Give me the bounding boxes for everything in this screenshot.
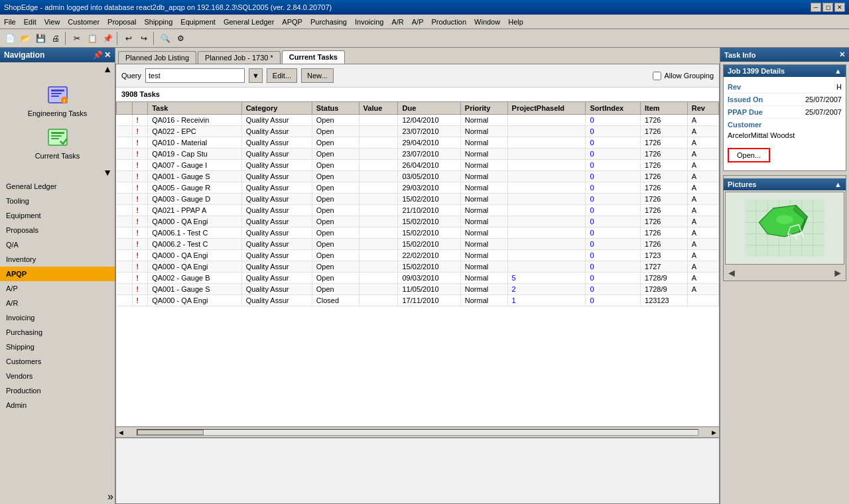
horizontal-scrollbar[interactable]: ◄ ► <box>116 426 719 437</box>
menu-equipment[interactable]: Equipment <box>176 15 220 29</box>
table-row[interactable]: ! QA021 - PPAP A Quality Assur Open 21/1… <box>117 205 719 216</box>
menu-view[interactable]: View <box>40 15 64 29</box>
task-info-close[interactable]: ✕ <box>839 50 845 59</box>
sidebar-item-equipment[interactable]: Equipment <box>0 208 115 223</box>
col-header-due[interactable]: Due <box>398 102 460 115</box>
edit-button[interactable]: Edit... <box>267 68 297 83</box>
table-row[interactable]: ! QA007 - Gauge I Quality Assur Open 26/… <box>117 160 719 171</box>
menu-generalledger[interactable]: General Ledger <box>220 15 278 29</box>
scroll-right-btn[interactable]: ► <box>709 428 719 436</box>
picture-next-btn[interactable]: ► <box>832 267 843 279</box>
sidebar-item-proposals[interactable]: Proposals <box>0 223 115 237</box>
sidebar-pin-button[interactable]: 📌 <box>93 50 103 60</box>
menu-help[interactable]: Help <box>504 15 527 29</box>
col-header-rev[interactable]: Rev <box>687 102 718 115</box>
tab-current-tasks[interactable]: Current Tasks <box>282 50 345 64</box>
open-button[interactable]: Open... <box>728 148 770 162</box>
sidebar-expand-button[interactable]: » <box>107 491 113 503</box>
sidebar-item-customers[interactable]: Customers <box>0 354 115 369</box>
close-button[interactable]: ✕ <box>834 3 845 12</box>
sidebar-scroll-down[interactable]: ▼ <box>103 167 112 178</box>
toolbar-save[interactable]: 💾 <box>33 31 48 46</box>
sidebar-item-purchasing[interactable]: Purchasing <box>0 325 115 340</box>
sidebar-item-ap[interactable]: A/P <box>0 281 115 296</box>
menu-window[interactable]: Window <box>470 15 504 29</box>
pictures-collapse[interactable]: ▲ <box>834 180 842 188</box>
col-header-check[interactable] <box>117 102 133 115</box>
toolbar-redo[interactable]: ↪ <box>137 31 151 46</box>
toolbar-undo[interactable]: ↩ <box>121 31 136 46</box>
sidebar-item-vendors[interactable]: Vendors <box>0 369 115 383</box>
table-row[interactable]: ! QA010 - Material Quality Assur Open 29… <box>117 137 719 149</box>
sidebar-close-button[interactable]: ✕ <box>104 50 111 60</box>
toolbar-open[interactable]: 📂 <box>18 31 33 46</box>
menu-ar[interactable]: A/R <box>387 15 407 29</box>
table-row[interactable]: ! QA000 - QA Engi Quality Assur Closed 1… <box>117 295 719 306</box>
sidebar-nav-current-tasks[interactable]: Current Tasks <box>3 121 112 163</box>
table-row[interactable]: ! QA022 - EPC Quality Assur Open 23/07/2… <box>117 126 719 137</box>
toolbar-find[interactable]: 🔍 <box>158 31 172 46</box>
menu-proposal[interactable]: Proposal <box>103 15 140 29</box>
toolbar-cut[interactable]: ✂ <box>70 31 84 46</box>
tasks-table-container[interactable]: Task Category Status Value Due Priority … <box>116 101 719 426</box>
scroll-left-btn[interactable]: ◄ <box>116 428 126 436</box>
col-header-phase[interactable]: ProjectPhaseId <box>507 102 586 115</box>
sidebar-item-generalledger[interactable]: General Ledger <box>0 179 115 194</box>
toolbar-settings[interactable]: ⚙ <box>173 31 188 46</box>
toolbar-copy[interactable]: 📋 <box>85 31 99 46</box>
col-header-sort[interactable]: SortIndex <box>586 102 641 115</box>
table-row[interactable]: ! QA000 - QA Engi Quality Assur Open 15/… <box>117 216 719 227</box>
menu-customer[interactable]: Customer <box>64 15 103 29</box>
menu-shipping[interactable]: Shipping <box>140 15 176 29</box>
minimize-button[interactable]: ─ <box>811 3 821 12</box>
sidebar-item-invoicing[interactable]: Invoicing <box>0 310 115 325</box>
table-row[interactable]: ! QA006.1 - Test C Quality Assur Open 15… <box>117 227 719 239</box>
menu-file[interactable]: File <box>0 15 20 29</box>
query-dropdown[interactable]: ▼ <box>249 68 263 83</box>
table-row[interactable]: ! QA000 - QA Engi Quality Assur Open 22/… <box>117 250 719 261</box>
tab-planned-job-listing[interactable]: Planned Job Listing <box>118 51 196 64</box>
tab-planned-job[interactable]: Planned Job - 1730 * <box>198 51 281 64</box>
col-header-status[interactable]: Status <box>312 102 359 115</box>
menu-purchasing[interactable]: Purchasing <box>306 15 351 29</box>
allow-grouping-checkbox[interactable] <box>653 72 661 80</box>
sidebar-item-shipping[interactable]: Shipping <box>0 340 115 354</box>
menu-invoicing[interactable]: Invoicing <box>351 15 387 29</box>
sidebar-item-inventory[interactable]: Inventory <box>0 252 115 267</box>
table-row[interactable]: ! QA001 - Gauge S Quality Assur Open 11/… <box>117 284 719 295</box>
query-input[interactable] <box>145 68 245 83</box>
col-header-item[interactable]: Item <box>641 102 688 115</box>
menu-apqp[interactable]: APQP <box>278 15 306 29</box>
table-row[interactable]: ! QA002 - Gauge B Quality Assur Open 09/… <box>117 273 719 284</box>
col-header-icon[interactable] <box>132 102 148 115</box>
toolbar-print[interactable]: 🖨 <box>48 31 63 46</box>
table-row[interactable]: ! QA000 - QA Engi Quality Assur Open 15/… <box>117 261 719 273</box>
table-row[interactable]: ! QA001 - Gauge S Quality Assur Open 03/… <box>117 171 719 182</box>
maximize-button[interactable]: ◻ <box>822 3 833 12</box>
sidebar-nav-engineering-tasks[interactable]: ! Engineering Tasks <box>3 78 112 121</box>
scroll-thumb[interactable] <box>137 430 204 435</box>
menu-edit[interactable]: Edit <box>20 15 40 29</box>
new-button[interactable]: New... <box>301 68 334 83</box>
table-row[interactable]: ! QA019 - Cap Stu Quality Assur Open 23/… <box>117 149 719 160</box>
col-header-task[interactable]: Task <box>148 102 242 115</box>
table-row[interactable]: ! QA005 - Gauge R Quality Assur Open 29/… <box>117 182 719 194</box>
sidebar-item-apqp[interactable]: APQP <box>0 267 115 281</box>
sidebar-item-tooling[interactable]: Tooling <box>0 194 115 208</box>
sidebar-item-admin[interactable]: Admin <box>0 398 115 412</box>
job-details-collapse[interactable]: ▲ <box>834 67 842 75</box>
menu-ap[interactable]: A/P <box>408 15 428 29</box>
col-header-category[interactable]: Category <box>241 102 312 115</box>
table-row[interactable]: ! QA006.2 - Test C Quality Assur Open 15… <box>117 239 719 250</box>
scroll-track[interactable] <box>137 429 698 436</box>
table-row[interactable]: ! QA016 - Receivin Quality Assur Open 12… <box>117 115 719 126</box>
table-row[interactable]: ! QA003 - Gauge D Quality Assur Open 15/… <box>117 194 719 205</box>
menu-production[interactable]: Production <box>427 15 470 29</box>
sidebar-item-production[interactable]: Production <box>0 383 115 398</box>
col-header-priority[interactable]: Priority <box>460 102 507 115</box>
col-header-value[interactable]: Value <box>359 102 398 115</box>
sidebar-scroll-up[interactable]: ▲ <box>103 64 112 74</box>
sidebar-item-qa[interactable]: Q/A <box>0 237 115 252</box>
toolbar-new[interactable]: 📄 <box>3 31 17 46</box>
sidebar-item-ar[interactable]: A/R <box>0 296 115 310</box>
